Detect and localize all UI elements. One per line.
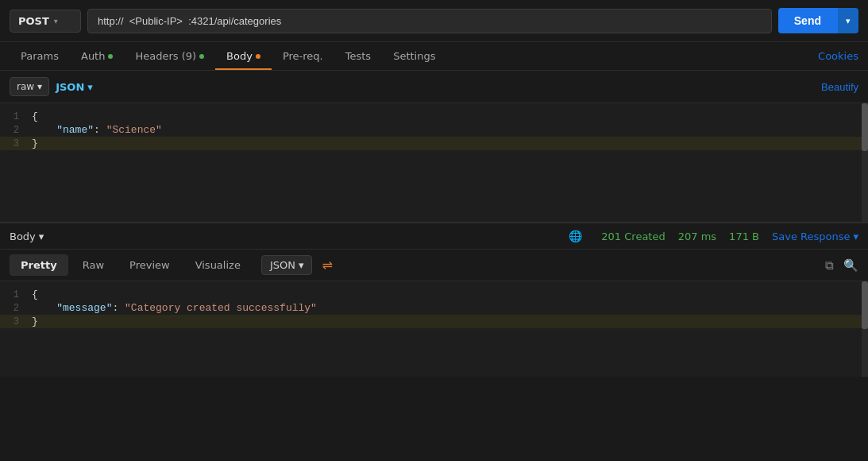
response-label-chevron-icon: ▾ [39,230,44,242]
send-button-group: Send ▾ [778,8,858,33]
cookies-link[interactable]: Cookies [818,50,858,62]
response-label-text: Body [10,230,36,242]
resp-tab-visualize[interactable]: Visualize [184,254,252,276]
resp-tab-pretty[interactable]: Pretty [10,254,68,276]
response-body-editor[interactable]: 1 { 2 "message": "Category created succe… [0,281,868,377]
raw-chevron-icon: ▾ [37,81,42,92]
globe-icon: 🌐 [569,230,582,242]
url-bar: POST ▾ Send ▾ [0,0,868,42]
tab-body[interactable]: Body [215,42,272,70]
line-number-3: 3 [0,138,32,149]
tab-prereq[interactable]: Pre-req. [272,42,334,70]
send-button[interactable]: Send [778,8,837,33]
raw-format-selector[interactable]: raw ▾ [10,77,49,96]
request-line-2: 2 "name": "Science" [0,123,868,137]
copy-icon[interactable]: ⧉ [825,258,834,273]
editor-scrollbar-track[interactable] [862,103,868,222]
tab-params-label: Params [21,50,59,62]
resp-tab-preview-label: Preview [129,259,170,271]
save-response-chevron-icon: ▾ [853,230,858,242]
raw-label: raw [17,81,34,92]
response-line-3: 3 } [0,315,868,328]
response-line-1: 1 { [0,288,868,301]
tab-settings[interactable]: Settings [382,42,446,70]
response-json-selector[interactable]: JSON ▾ [261,255,313,275]
headers-dot-icon [199,54,204,59]
resp-line-number-3: 3 [0,316,32,327]
response-tabs: Pretty Raw Preview Visualize JSON ▾ ⇌ ⧉ … [0,250,868,281]
send-dropdown-button[interactable]: ▾ [837,8,858,33]
request-tabs: Params Auth Headers (9) Body Pre-req. Te… [0,42,868,71]
response-actions: ⧉ 🔍 [825,258,858,273]
auth-dot-icon [108,54,113,59]
request-body-editor[interactable]: 1 { 2 "name": "Science" 3 } [0,103,868,223]
beautify-button[interactable]: Beautify [821,81,858,93]
resp-line-number-2: 2 [0,302,32,314]
json-chevron-icon: ▾ [87,81,93,93]
tab-settings-label: Settings [393,50,435,62]
resp-tab-preview[interactable]: Preview [118,254,181,276]
resp-code-1: { [32,289,38,300]
tab-params[interactable]: Params [10,42,70,70]
request-code-3: } [32,138,38,149]
tab-headers-label: Headers (9) [135,50,196,62]
body-toolbar: raw ▾ JSON ▾ Beautify [0,71,868,103]
resp-line-number-1: 1 [0,289,32,300]
resp-code-3: } [32,316,38,327]
request-line-3: 3 } [0,137,868,150]
tab-auth-label: Auth [81,50,105,62]
method-selector[interactable]: POST ▾ [10,10,81,33]
response-scrollbar-track[interactable] [862,281,868,377]
resp-tab-pretty-label: Pretty [21,259,57,271]
resp-tab-raw[interactable]: Raw [71,254,115,276]
url-input[interactable] [87,9,772,33]
filter-icon[interactable]: ⇌ [322,258,332,273]
json-format-selector[interactable]: JSON ▾ [56,81,93,93]
response-body-label[interactable]: Body ▾ [10,230,44,242]
tab-tests-label: Tests [345,50,371,62]
resp-tab-visualize-label: Visualize [195,259,241,271]
response-size: 171 B [729,230,759,242]
response-scrollbar-thumb[interactable] [862,281,868,329]
request-line-1: 1 { [0,110,868,123]
request-code-1: { [32,110,38,122]
line-number-2: 2 [0,124,32,136]
method-chevron-icon: ▾ [54,17,58,25]
save-response-button[interactable]: Save Response ▾ [772,230,858,242]
response-json-chevron-icon: ▾ [299,259,304,271]
line-number-1: 1 [0,110,32,122]
resp-code-2: "message": "Category created successfull… [32,302,317,314]
response-json-label: JSON [270,259,295,271]
save-response-label: Save Response [772,230,850,242]
tab-prereq-label: Pre-req. [283,50,323,62]
tab-body-label: Body [226,50,253,62]
method-text: POST [18,15,49,27]
response-status-group: 🌐 201 Created 207 ms 171 B Save Response… [569,230,858,242]
tab-auth[interactable]: Auth [70,42,124,70]
resp-tab-raw-label: Raw [83,259,104,271]
response-line-2: 2 "message": "Category created successfu… [0,301,868,315]
response-time: 207 ms [678,230,716,242]
request-code-2: "name": "Science" [32,124,162,136]
search-icon[interactable]: 🔍 [843,258,858,273]
json-label: JSON [56,81,84,93]
body-dot-icon [256,54,260,59]
send-dropdown-chevron-icon: ▾ [846,16,851,25]
tab-headers[interactable]: Headers (9) [124,42,215,70]
editor-scrollbar-thumb[interactable] [862,103,868,151]
tab-tests[interactable]: Tests [334,42,382,70]
status-code-badge: 201 Created [601,230,665,242]
response-status-bar: Body ▾ 🌐 201 Created 207 ms 171 B Save R… [0,223,868,250]
